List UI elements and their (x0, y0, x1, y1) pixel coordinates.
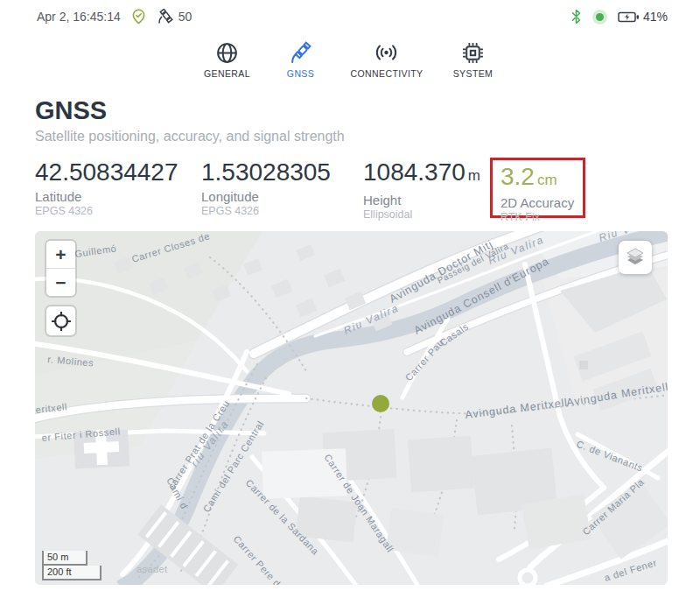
battery-percent: 41% (643, 10, 668, 24)
scale-bar-imperial: 200 ft (42, 566, 102, 580)
latitude-value: 42.50834427 (35, 158, 178, 186)
crosshair-icon (52, 312, 71, 331)
height-unit: m (468, 167, 480, 184)
system-chip-icon (461, 41, 485, 65)
metric-longitude: 1.53028305 Longitude EPGS 4326 (201, 158, 331, 217)
zoom-out-button[interactable]: − (46, 269, 75, 296)
metric-accuracy-highlight-box: 3.2cm 2D Accuracy RTK Fix (490, 158, 585, 218)
accuracy-value: 3.2 (500, 163, 535, 190)
tab-general[interactable]: GENERAL (204, 41, 251, 79)
gnss-satellite-icon (289, 41, 312, 65)
page-subtitle: Satellite positioning, accuracy, and sig… (35, 129, 345, 144)
tab-gnss-label: GNSS (287, 68, 314, 79)
locate-button[interactable] (46, 306, 75, 335)
nav-tabs: GENERAL GNSS CONNECTIVITY (0, 41, 700, 79)
longitude-value: 1.53028305 (201, 158, 331, 186)
tab-connectivity[interactable]: CONNECTIVITY (351, 41, 424, 79)
accuracy-unit: cm (537, 172, 557, 188)
datetime-label: Apr 2, 16:45:14 (37, 10, 121, 24)
satellite-count-icon (157, 9, 174, 25)
metric-latitude: 42.50834427 Latitude EPGS 4326 (35, 158, 178, 217)
zoom-control: + − (46, 241, 75, 296)
status-bar: Apr 2, 16:45:14 50 (37, 7, 668, 26)
metric-height: 1084.370m Height Ellipsoidal (363, 158, 480, 221)
map-canvas: Guillemó Carrer Closes de Avinguda Docto… (35, 231, 668, 585)
layers-icon (624, 246, 647, 269)
page-title: GNSS (35, 96, 107, 125)
zoom-in-button[interactable]: + (46, 241, 75, 268)
longitude-sublabel: EPGS 4326 (201, 205, 331, 217)
battery-charging-icon (618, 11, 640, 24)
tab-gnss[interactable]: GNSS (277, 41, 325, 79)
position-fix-pin-icon (131, 9, 146, 25)
street-label: asadet (136, 564, 167, 574)
latitude-label: Latitude (35, 189, 178, 204)
height-sublabel: Ellipsoidal (363, 208, 480, 221)
tab-system[interactable]: SYSTEM (449, 41, 496, 79)
tab-general-label: GENERAL (204, 68, 250, 79)
tab-connectivity-label: CONNECTIVITY (351, 68, 424, 79)
bluetooth-icon (570, 9, 582, 25)
position-marker (372, 395, 389, 412)
map[interactable]: Guillemó Carrer Closes de Avinguda Docto… (35, 231, 668, 585)
accuracy-sublabel: RTK Fix (500, 211, 583, 223)
longitude-label: Longitude (201, 189, 331, 204)
map-scale: 50 m 200 ft (42, 551, 102, 580)
status-dot-icon (596, 13, 604, 21)
globe-icon (215, 41, 239, 65)
latitude-sublabel: EPGS 4326 (35, 205, 178, 217)
accuracy-label: 2D Accuracy (500, 195, 583, 210)
connectivity-antenna-icon (374, 41, 398, 65)
tab-system-label: SYSTEM (453, 68, 494, 79)
satellite-count: 50 (178, 10, 192, 24)
height-value: 1084.370 (363, 158, 466, 186)
height-label: Height (363, 193, 480, 208)
scale-bar-metric: 50 m (42, 551, 88, 566)
layers-button[interactable] (619, 241, 652, 274)
